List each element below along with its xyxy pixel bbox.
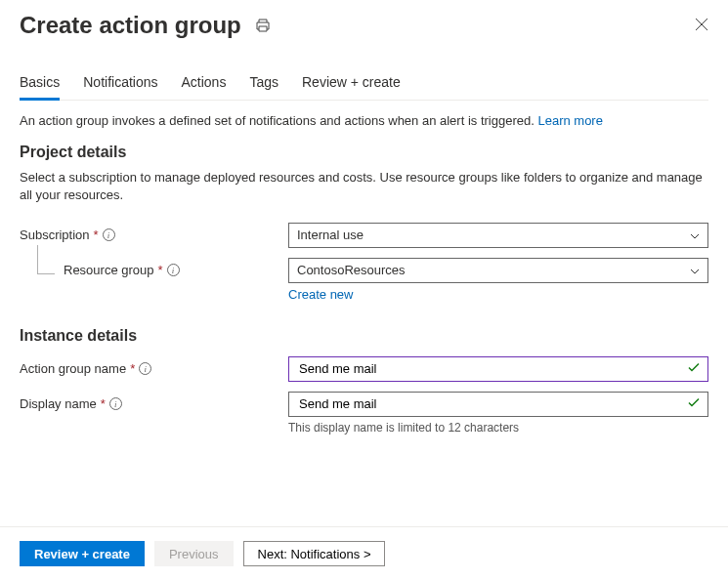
info-icon[interactable]: i <box>139 362 151 375</box>
info-icon[interactable]: i <box>109 397 122 410</box>
required-asterisk: * <box>101 396 106 411</box>
tab-notifications[interactable]: Notifications <box>83 68 157 101</box>
instance-details-heading: Instance details <box>20 327 708 345</box>
display-name-note: This display name is limited to 12 chara… <box>288 421 708 435</box>
subscription-value: Internal use <box>297 228 364 242</box>
tree-connector-icon <box>37 245 55 274</box>
page-title: Create action group <box>20 12 241 39</box>
project-details-heading: Project details <box>20 144 708 161</box>
check-icon <box>687 395 701 412</box>
intro-body: An action group invokes a defined set of… <box>20 113 537 128</box>
create-new-rg-link[interactable]: Create new <box>288 287 353 302</box>
info-icon[interactable]: i <box>103 228 115 241</box>
required-asterisk: * <box>158 263 163 277</box>
subscription-label-text: Subscription <box>20 228 90 242</box>
display-name-label-text: Display name <box>20 396 97 411</box>
chevron-down-icon <box>690 228 700 242</box>
display-name-input[interactable] <box>288 392 708 417</box>
action-group-name-input[interactable] <box>288 356 708 382</box>
project-details-help: Select a subscription to manage deployed… <box>20 169 708 204</box>
footer-bar: Review + create Previous Next: Notificat… <box>0 526 728 580</box>
info-icon[interactable]: i <box>167 264 180 276</box>
tab-actions[interactable]: Actions <box>182 68 227 101</box>
resource-group-label: Resource group * i <box>20 263 288 277</box>
tab-tags[interactable]: Tags <box>249 68 278 101</box>
action-group-name-label: Action group name * i <box>20 361 288 376</box>
page-header: Create action group <box>20 12 708 39</box>
required-asterisk: * <box>94 228 99 242</box>
check-icon <box>687 360 701 377</box>
subscription-select[interactable]: Internal use <box>288 223 708 248</box>
resource-group-value: ContosoResources <box>297 263 406 277</box>
subscription-label: Subscription * i <box>20 228 288 242</box>
required-asterisk: * <box>130 361 135 376</box>
tab-basics[interactable]: Basics <box>20 68 60 101</box>
resource-group-select[interactable]: ContosoResources <box>288 258 708 283</box>
tab-review-create[interactable]: Review + create <box>302 68 401 101</box>
next-button[interactable]: Next: Notifications > <box>243 541 386 566</box>
close-icon[interactable] <box>695 16 708 36</box>
action-group-name-field[interactable] <box>297 360 676 377</box>
intro-text: An action group invokes a defined set of… <box>20 112 708 130</box>
resource-group-label-text: Resource group <box>64 263 154 277</box>
display-name-label: Display name * i <box>20 396 288 411</box>
print-icon[interactable] <box>255 18 271 33</box>
learn-more-link[interactable]: Learn more <box>537 113 602 128</box>
chevron-down-icon <box>690 263 700 277</box>
previous-button: Previous <box>154 541 234 566</box>
display-name-field[interactable] <box>297 395 676 412</box>
review-create-button[interactable]: Review + create <box>20 541 145 566</box>
action-group-name-label-text: Action group name <box>20 361 126 376</box>
tabs-bar: Basics Notifications Actions Tags Review… <box>20 68 708 101</box>
